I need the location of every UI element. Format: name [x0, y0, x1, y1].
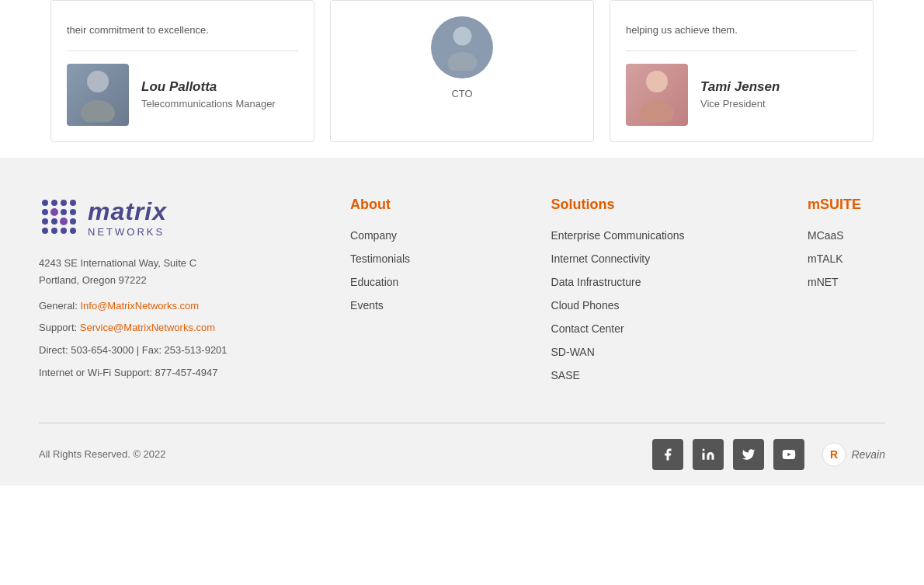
footer-contact-direct: Direct: 503-654-3000 | Fax: 253-513-9201 — [39, 343, 228, 359]
footer-main: matrix NETWORKS 4243 SE International Wa… — [39, 197, 885, 392]
solutions-title: Solutions — [551, 197, 685, 213]
address-line1: 4243 SE International Way, Suite C — [39, 257, 196, 269]
footer-address: 4243 SE International Way, Suite C Portl… — [39, 255, 228, 289]
svg-point-7 — [51, 200, 57, 206]
profile-name-lou: Lou Pallotta — [141, 79, 276, 95]
revain-label: Revain — [851, 448, 885, 461]
copyright-text: All Rights Reserved. © 2022 — [39, 448, 166, 460]
svg-point-8 — [61, 200, 67, 206]
youtube-icon[interactable] — [773, 439, 804, 470]
about-education-link[interactable]: Education — [350, 276, 398, 288]
support-email[interactable]: Service@MatrixNetworks.com — [80, 322, 215, 333]
svg-point-2 — [453, 26, 471, 45]
support-label: Support: — [39, 322, 80, 333]
footer-contact-wifi: Internet or Wi-Fi Support: 877-457-4947 — [39, 365, 228, 381]
card-divider — [67, 50, 298, 51]
logo-icon-svg — [39, 197, 82, 239]
svg-point-20 — [61, 228, 67, 234]
solutions-sase-link[interactable]: SASE — [551, 369, 580, 381]
profile-card-cto: CTO — [330, 0, 594, 142]
footer-contact-support: Support: Service@MatrixNetworks.com — [39, 320, 228, 336]
svg-point-1 — [81, 100, 115, 122]
svg-point-12 — [61, 209, 67, 215]
svg-point-6 — [42, 200, 48, 206]
solutions-enterprise-link[interactable]: Enterprise Communications — [551, 229, 685, 242]
svg-point-4 — [646, 71, 668, 92]
logo-networks-text: NETWORKS — [88, 226, 167, 238]
svg-point-13 — [70, 209, 76, 215]
avatar-cto — [431, 16, 493, 78]
svg-point-10 — [42, 209, 48, 215]
svg-point-5 — [640, 100, 674, 122]
svg-point-17 — [70, 218, 76, 225]
card-divider-right — [626, 50, 857, 51]
profile-title-cto: CTO — [451, 88, 472, 99]
revain-logo-icon: R — [822, 442, 846, 467]
facebook-icon[interactable] — [652, 439, 683, 470]
msuite-mnet-link[interactable]: mNET — [808, 276, 839, 288]
svg-point-9 — [70, 200, 76, 206]
solutions-contact-center-link[interactable]: Contact Center — [551, 322, 624, 335]
card-text-left: their commitment to excellence. — [67, 23, 298, 38]
svg-point-19 — [51, 228, 57, 234]
list-item: Company — [350, 228, 428, 242]
list-item: Internet Connectivity — [551, 252, 685, 266]
svg-point-18 — [42, 228, 48, 234]
profile-title-lou: Telecommunications Manager — [141, 98, 276, 110]
svg-point-11 — [50, 208, 58, 216]
list-item: Events — [350, 298, 428, 312]
solutions-sdwan-link[interactable]: SD-WAN — [551, 346, 595, 358]
logo-text: matrix NETWORKS — [88, 197, 167, 238]
list-item: mNET — [808, 275, 885, 289]
msuite-title: mSUITE — [808, 197, 885, 213]
direct-phone: Direct: 503-654-3000 | Fax: 253-513-9201 — [39, 344, 228, 356]
svg-point-21 — [70, 228, 76, 234]
solutions-cloud-link[interactable]: Cloud Phones — [551, 299, 620, 312]
avatar-tami — [626, 64, 688, 126]
msuite-mcaas-link[interactable]: MCaaS — [808, 229, 844, 242]
footer-msuite-section: mSUITE MCaaS mTALK mNET — [808, 197, 885, 392]
list-item: mTALK — [808, 252, 885, 266]
msuite-nav-list: MCaaS mTALK mNET — [808, 228, 885, 289]
profile-name-tami: Tami Jensen — [700, 79, 780, 95]
list-item: Enterprise Communications — [551, 228, 685, 242]
revain-widget: R Revain — [822, 442, 885, 467]
card-text-right: helping us achieve them. — [626, 23, 857, 38]
profile-card-tami: helping us achieve them. Tami Jensen Vic… — [610, 0, 874, 142]
about-nav-list: Company Testimonials Education Events — [350, 228, 428, 312]
solutions-nav-list: Enterprise Communications Internet Conne… — [551, 228, 685, 382]
list-item: Cloud Phones — [551, 298, 685, 312]
footer-brand: matrix NETWORKS 4243 SE International Wa… — [39, 197, 228, 392]
profile-title-tami: Vice President — [700, 98, 780, 110]
list-item: Contact Center — [551, 322, 685, 336]
list-item: SASE — [551, 368, 685, 382]
list-item: Education — [350, 275, 428, 289]
solutions-data-link[interactable]: Data Infrastructure — [551, 276, 641, 288]
footer: matrix NETWORKS 4243 SE International Wa… — [0, 158, 924, 486]
about-events-link[interactable]: Events — [350, 299, 384, 312]
list-item: SD-WAN — [551, 345, 685, 359]
footer-contact-general: General: Info@MatrixNetworks.com — [39, 298, 228, 315]
footer-about-section: About Company Testimonials Education Eve… — [350, 197, 428, 392]
about-company-link[interactable]: Company — [350, 229, 397, 242]
footer-solutions-section: Solutions Enterprise Communications Inte… — [551, 197, 685, 392]
general-email[interactable]: Info@MatrixNetworks.com — [80, 300, 199, 312]
list-item: Testimonials — [350, 252, 428, 266]
logo-wrap: matrix NETWORKS — [39, 197, 228, 239]
profile-card-lou: their commitment to excellence. Lou Pall… — [50, 0, 314, 142]
svg-point-15 — [51, 218, 57, 225]
msuite-mtalk-link[interactable]: mTALK — [808, 252, 843, 265]
about-testimonials-link[interactable]: Testimonials — [350, 252, 410, 265]
svg-point-16 — [60, 218, 68, 225]
about-title: About — [350, 197, 428, 213]
twitter-icon[interactable] — [733, 439, 764, 470]
logo-container: matrix NETWORKS — [39, 197, 228, 239]
footer-bottom: All Rights Reserved. © 2022 — [39, 423, 885, 486]
general-label: General: — [39, 300, 80, 312]
solutions-internet-link[interactable]: Internet Connectivity — [551, 252, 651, 265]
svg-point-14 — [42, 218, 48, 225]
svg-point-0 — [87, 71, 109, 92]
address-line2: Portland, Oregon 97222 — [39, 274, 147, 286]
linkedin-icon[interactable] — [693, 439, 724, 470]
list-item: MCaaS — [808, 228, 885, 242]
